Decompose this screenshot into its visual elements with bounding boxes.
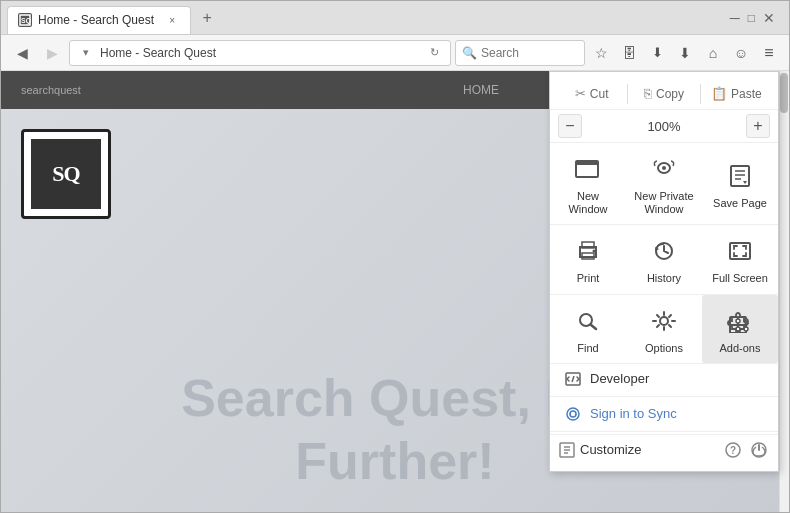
addons-label: Add-ons — [720, 342, 761, 355]
svg-text:?: ? — [730, 445, 736, 456]
maximize-button[interactable]: □ — [748, 11, 755, 25]
svg-point-29 — [567, 408, 579, 420]
history-icon — [648, 235, 680, 267]
back-button[interactable]: ◀ — [9, 40, 35, 66]
menu-separator-2 — [550, 431, 778, 432]
new-window-button[interactable]: New Window — [550, 143, 626, 224]
copy-icon: ⎘ — [644, 86, 652, 101]
print-button[interactable]: Print — [550, 225, 626, 293]
download-icon[interactable]: ⬇ — [673, 41, 697, 65]
print-label: Print — [577, 272, 600, 285]
find-label: Find — [577, 342, 598, 355]
svg-rect-15 — [730, 243, 750, 259]
developer-icon — [564, 370, 582, 388]
find-button[interactable]: Find — [550, 295, 626, 363]
copy-button[interactable]: ⎘ Copy — [630, 82, 697, 105]
svg-point-23 — [736, 319, 740, 323]
zoom-level: 100% — [586, 119, 742, 134]
active-tab[interactable]: SQ Home - Search Quest × — [7, 6, 191, 34]
minimize-button[interactable]: ─ — [730, 10, 740, 26]
new-private-window-icon — [648, 153, 680, 185]
title-bar: SQ Home - Search Quest × + ─ □ ✕ — [1, 1, 789, 35]
scrollbar-thumb[interactable] — [780, 73, 788, 113]
nav-bar: ◀ ▶ ▾ ↻ 🔍 ☆ 🗄 ⬇ ⬇ ⌂ ☺ ≡ — [1, 35, 789, 71]
cut-button[interactable]: ✂ Cut — [558, 82, 625, 105]
svg-rect-6 — [731, 166, 749, 186]
address-input[interactable] — [100, 46, 420, 60]
customize-label[interactable]: Customize — [580, 442, 718, 457]
new-window-label: New Window — [556, 190, 620, 216]
menu-row-3: Find Options — [550, 295, 778, 364]
new-private-window-button[interactable]: New Private Window — [626, 143, 702, 224]
developer-button[interactable]: Developer — [550, 364, 778, 394]
tab-close-button[interactable]: × — [164, 12, 180, 28]
options-label: Options — [645, 342, 683, 355]
full-screen-label: Full Screen — [712, 272, 768, 285]
new-window-icon — [572, 153, 604, 185]
save-page-icon — [724, 160, 756, 192]
zoom-in-button[interactable]: + — [746, 114, 770, 138]
help-icon[interactable]: ? — [722, 439, 744, 461]
sign-in-sync-button[interactable]: Sign in to Sync — [550, 399, 778, 429]
new-private-window-label: New Private Window — [634, 190, 693, 216]
site-home-nav[interactable]: HOME — [463, 83, 499, 97]
print-icon — [572, 235, 604, 267]
site-logo-text: searchquest — [21, 84, 81, 96]
zoom-row: − 100% + — [550, 110, 778, 143]
zoom-out-button[interactable]: − — [558, 114, 582, 138]
sign-in-sync-label: Sign in to Sync — [590, 406, 677, 421]
addons-icon — [724, 305, 756, 337]
customize-icon — [558, 441, 576, 459]
site-logo-letters: SQ — [52, 161, 79, 187]
close-window-button[interactable]: ✕ — [763, 10, 775, 26]
address-dropdown-icon: ▾ — [76, 43, 96, 63]
home-icon[interactable]: ⌂ — [701, 41, 725, 65]
svg-point-5 — [662, 166, 666, 170]
menu-row-2: Print History — [550, 225, 778, 294]
svg-line-28 — [572, 376, 574, 382]
search-bar[interactable]: 🔍 — [455, 40, 585, 66]
svg-rect-3 — [576, 161, 598, 165]
browser-menu: ✂ Cut ⎘ Copy 📋 Paste − 100% + — [549, 71, 779, 472]
window-controls: ─ □ ✕ — [730, 10, 783, 26]
paste-button[interactable]: 📋 Paste — [703, 82, 770, 105]
menu-separator-1 — [550, 396, 778, 397]
svg-text:SQ: SQ — [21, 17, 31, 25]
history-label: History — [647, 272, 681, 285]
cut-copy-paste-row: ✂ Cut ⎘ Copy 📋 Paste — [550, 78, 778, 110]
menu-row-1: New Window New Private Window — [550, 143, 778, 225]
copy-label: Copy — [656, 87, 684, 101]
cut-label: Cut — [590, 87, 609, 101]
tab-favicon: SQ — [18, 13, 32, 27]
find-icon — [572, 305, 604, 337]
svg-line-17 — [591, 324, 597, 329]
full-screen-icon — [724, 235, 756, 267]
paste-label: Paste — [731, 87, 762, 101]
site-logo: SQ — [21, 129, 111, 219]
addons-button[interactable]: Add-ons — [702, 295, 778, 363]
options-icon — [648, 305, 680, 337]
svg-point-13 — [593, 250, 596, 253]
site-logo-inner: SQ — [31, 139, 101, 209]
history-button[interactable]: History — [626, 225, 702, 293]
sync-icon — [564, 405, 582, 423]
full-screen-button[interactable]: Full Screen — [702, 225, 778, 293]
address-bar[interactable]: ▾ ↻ — [69, 40, 451, 66]
ccp-divider-1 — [627, 84, 628, 104]
save-icon[interactable]: 🗄 — [617, 41, 641, 65]
new-tab-button[interactable]: + — [195, 6, 219, 30]
refresh-icon[interactable]: ↻ — [424, 43, 444, 63]
forward-button[interactable]: ▶ — [39, 40, 65, 66]
bookmark-star-icon[interactable]: ☆ — [589, 41, 613, 65]
scrollbar[interactable] — [779, 71, 789, 512]
hamburger-menu-icon[interactable]: ≡ — [757, 41, 781, 65]
svg-point-18 — [660, 317, 668, 325]
paste-icon: 📋 — [711, 86, 727, 101]
pocket-icon[interactable]: ⬇ — [645, 41, 669, 65]
save-page-label: Save Page — [713, 197, 767, 210]
developer-label: Developer — [590, 371, 649, 386]
options-button[interactable]: Options — [626, 295, 702, 363]
power-icon[interactable] — [748, 439, 770, 461]
save-page-button[interactable]: Save Page — [702, 143, 778, 224]
account-icon[interactable]: ☺ — [729, 41, 753, 65]
